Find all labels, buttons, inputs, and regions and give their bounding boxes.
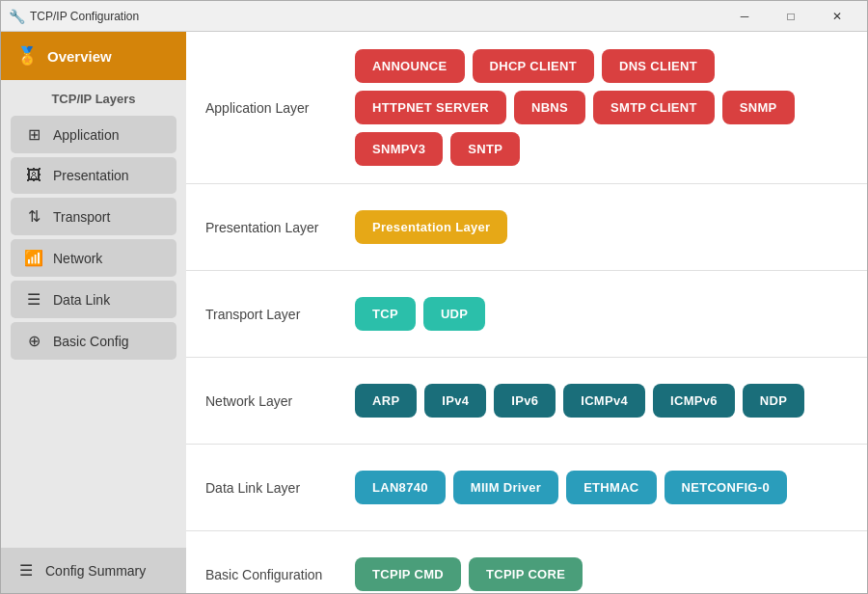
layer-chips-datalink: LAN8740MIIM DriverETHMACNETCONFIG-0 xyxy=(355,471,848,504)
chip-application-5[interactable]: SMTP CLIENT xyxy=(593,91,715,124)
chip-network-4[interactable]: ICMPv6 xyxy=(653,384,735,418)
chip-basicconfig-1[interactable]: TCPIP CORE xyxy=(469,557,583,591)
titlebar-title: TCP/IP Configuration xyxy=(30,10,722,23)
sidebar-item-transport[interactable]: ⇅Transport xyxy=(11,198,176,235)
sidebar-item-label-basicconfig: Basic Config xyxy=(53,334,129,349)
titlebar-buttons: ─ □ ✕ xyxy=(722,1,859,32)
chip-application-7[interactable]: SNMPV3 xyxy=(355,132,443,166)
layer-chips-transport: TCPUDP xyxy=(355,297,848,331)
titlebar-icon: 🔧 xyxy=(9,9,24,24)
sidebar-item-label-network: Network xyxy=(53,251,102,266)
chip-datalink-1[interactable]: MIIM Driver xyxy=(453,471,558,504)
chip-basicconfig-0[interactable]: TCPIP CMD xyxy=(355,557,461,591)
chip-network-2[interactable]: IPv6 xyxy=(494,384,556,418)
chip-presentation-0[interactable]: Presentation Layer xyxy=(355,210,507,244)
overview-button[interactable]: 🏅 Overview xyxy=(1,32,186,80)
layer-label-transport: Transport Layer xyxy=(205,307,355,322)
content-area: 🏅 Overview TCP/IP Layers ⊞Application🖼Pr… xyxy=(1,32,867,593)
layer-label-network: Network Layer xyxy=(205,393,355,409)
chip-application-3[interactable]: HTTPNET SERVER xyxy=(355,91,506,124)
layer-chips-presentation: Presentation Layer xyxy=(355,210,848,244)
sidebar-item-application[interactable]: ⊞Application xyxy=(11,116,176,153)
chip-application-4[interactable]: NBNS xyxy=(514,91,585,124)
config-summary-label: Config Summary xyxy=(45,563,146,579)
chip-network-1[interactable]: IPv4 xyxy=(424,384,486,418)
sidebar-item-basicconfig[interactable]: ⊕Basic Config xyxy=(11,322,176,360)
close-button[interactable]: ✕ xyxy=(815,1,859,32)
sidebar-item-label-application: Application xyxy=(53,127,120,143)
chip-network-3[interactable]: ICMPv4 xyxy=(563,384,645,418)
sidebar-item-datalink[interactable]: ☰Data Link xyxy=(11,281,176,318)
sidebar-item-label-presentation: Presentation xyxy=(53,168,129,183)
layer-row-basicconfig: Basic ConfigurationTCPIP CMDTCPIP CORE xyxy=(186,531,867,593)
chip-network-0[interactable]: ARP xyxy=(355,384,417,418)
layer-chips-network: ARPIPv4IPv6ICMPv4ICMPv6NDP xyxy=(355,384,848,418)
config-summary-icon: ☰ xyxy=(16,561,36,580)
minimize-button[interactable]: ─ xyxy=(722,1,767,32)
sidebar: 🏅 Overview TCP/IP Layers ⊞Application🖼Pr… xyxy=(1,32,186,593)
config-summary-button[interactable]: ☰ Config Summary xyxy=(1,548,186,593)
overview-label: Overview xyxy=(47,48,112,65)
layer-row-datalink: Data Link LayerLAN8740MIIM DriverETHMACN… xyxy=(186,445,867,531)
layer-label-basicconfig: Basic Configuration xyxy=(205,567,355,582)
chip-transport-1[interactable]: UDP xyxy=(423,297,485,331)
chip-transport-0[interactable]: TCP xyxy=(355,297,416,331)
sidebar-item-icon-network: 📶 xyxy=(24,249,43,267)
main-window: 🔧 TCP/IP Configuration ─ □ ✕ 🏅 Overview … xyxy=(0,0,868,594)
titlebar: 🔧 TCP/IP Configuration ─ □ ✕ xyxy=(1,1,867,32)
sidebar-item-label-datalink: Data Link xyxy=(53,292,110,308)
chip-datalink-3[interactable]: NETCONFIG-0 xyxy=(665,471,787,504)
chip-network-5[interactable]: NDP xyxy=(743,384,804,418)
sidebar-nav: ⊞Application🖼Presentation⇅Transport📶Netw… xyxy=(1,112,186,548)
maximize-button[interactable]: □ xyxy=(769,1,813,32)
sidebar-item-icon-transport: ⇅ xyxy=(24,207,43,226)
sidebar-item-presentation[interactable]: 🖼Presentation xyxy=(11,157,176,194)
sidebar-item-icon-basicconfig: ⊕ xyxy=(24,332,43,350)
layer-chips-basicconfig: TCPIP CMDTCPIP CORE xyxy=(355,557,848,591)
main-content: Application LayerANNOUNCEDHCP CLIENTDNS … xyxy=(186,32,867,593)
chip-application-0[interactable]: ANNOUNCE xyxy=(355,49,465,83)
layer-label-application: Application Layer xyxy=(205,100,355,116)
chip-application-2[interactable]: DNS CLIENT xyxy=(602,49,715,83)
layer-chips-application: ANNOUNCEDHCP CLIENTDNS CLIENTHTTPNET SER… xyxy=(355,49,848,166)
layer-row-transport: Transport LayerTCPUDP xyxy=(186,271,867,358)
chip-datalink-2[interactable]: ETHMAC xyxy=(566,471,656,504)
chip-application-1[interactable]: DHCP CLIENT xyxy=(473,49,594,83)
layer-row-application: Application LayerANNOUNCEDHCP CLIENTDNS … xyxy=(186,32,867,184)
overview-icon: 🏅 xyxy=(16,45,38,67)
chip-application-8[interactable]: SNTP xyxy=(450,132,520,166)
sidebar-item-label-transport: Transport xyxy=(53,209,110,225)
sidebar-section-title: TCP/IP Layers xyxy=(1,80,186,112)
chip-datalink-0[interactable]: LAN8740 xyxy=(355,471,446,504)
layer-row-network: Network LayerARPIPv4IPv6ICMPv4ICMPv6NDP xyxy=(186,358,867,445)
sidebar-item-icon-presentation: 🖼 xyxy=(24,167,43,184)
chip-application-6[interactable]: SNMP xyxy=(722,91,795,124)
sidebar-item-network[interactable]: 📶Network xyxy=(11,239,176,277)
sidebar-item-icon-application: ⊞ xyxy=(24,125,43,144)
layer-label-presentation: Presentation Layer xyxy=(205,220,355,235)
layer-row-presentation: Presentation LayerPresentation Layer xyxy=(186,184,867,271)
layer-label-datalink: Data Link Layer xyxy=(205,480,355,496)
sidebar-item-icon-datalink: ☰ xyxy=(24,290,43,309)
